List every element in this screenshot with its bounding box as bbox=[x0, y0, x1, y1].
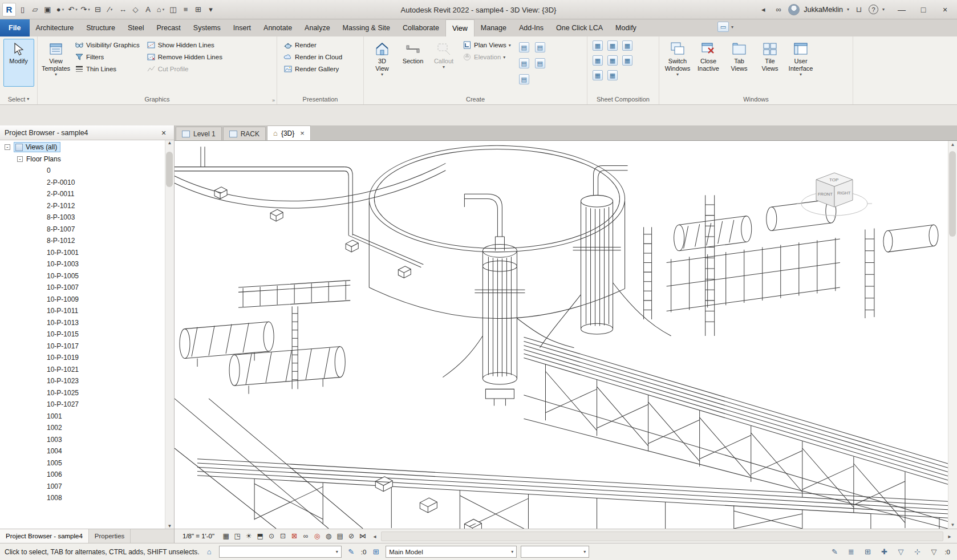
guide-grid-icon[interactable]: ▦ bbox=[593, 55, 603, 66]
search-collapse-icon[interactable]: ◂ bbox=[757, 3, 769, 16]
temporary-hide-isolate-icon[interactable]: ∞ bbox=[300, 530, 311, 542]
tree-view-item[interactable]: 1003 bbox=[0, 434, 174, 446]
view-reference-icon[interactable]: ▦ bbox=[622, 55, 632, 66]
panel-tab-project-browser[interactable]: Project Browser - sample4 bbox=[0, 529, 89, 543]
tree-view-item[interactable]: 1008 bbox=[0, 492, 174, 504]
close-inactive-button[interactable]: Close Inactive bbox=[693, 39, 724, 87]
tab-analyze[interactable]: Analyze bbox=[298, 19, 336, 36]
tab-modify[interactable]: Modify bbox=[609, 19, 643, 36]
render-gallery-button[interactable]: Render Gallery bbox=[281, 63, 344, 75]
plan-views-button[interactable]: Plan Views ▾ bbox=[460, 39, 513, 51]
panel-tab-properties[interactable]: Properties bbox=[89, 529, 131, 543]
viewcube-top-label[interactable]: TOP bbox=[829, 177, 838, 182]
default-3d-view-icon[interactable]: ⌂ bbox=[155, 3, 167, 17]
hide-analytical-model-icon[interactable]: ⊘ bbox=[346, 530, 357, 542]
tab-view[interactable]: View bbox=[445, 19, 475, 36]
scroll-left-icon[interactable]: ◂ bbox=[370, 530, 380, 542]
tree-view-item[interactable]: 1007 bbox=[0, 481, 174, 493]
project-browser-header[interactable]: Project Browser - sample4 × bbox=[0, 125, 174, 140]
save-icon[interactable]: ▣ bbox=[42, 3, 54, 17]
tab-insert[interactable]: Insert bbox=[227, 19, 257, 36]
help-menu-caret-icon[interactable]: ▾ bbox=[882, 7, 885, 12]
filters-button[interactable]: Filters bbox=[72, 51, 142, 63]
crop-view-icon[interactable]: ⊡ bbox=[277, 530, 289, 542]
tab-annotate[interactable]: Annotate bbox=[257, 19, 298, 36]
remove-hidden-lines-button[interactable]: Remove Hidden Lines bbox=[144, 51, 225, 63]
tree-view-item[interactable]: 10-P-1007 bbox=[0, 282, 174, 294]
revit-logo-icon[interactable]: R bbox=[2, 3, 16, 17]
rendering-dialog-icon[interactable]: ⊙ bbox=[266, 530, 277, 542]
help-icon[interactable] bbox=[869, 5, 878, 14]
graphics-dialog-launcher-icon[interactable]: » bbox=[272, 98, 275, 103]
user-avatar-icon[interactable] bbox=[788, 4, 800, 15]
user-interface-button[interactable]: User Interface ▾ bbox=[785, 39, 816, 87]
close-button[interactable]: × bbox=[934, 0, 956, 19]
tree-view-item[interactable]: 10-P-1021 bbox=[0, 364, 174, 376]
scroll-up-icon[interactable]: ▲ bbox=[951, 142, 955, 147]
worksets-status-icon[interactable]: ≣ bbox=[845, 546, 857, 558]
tab-precast[interactable]: Precast bbox=[150, 19, 186, 36]
tab-views-button[interactable]: Tab Views bbox=[724, 39, 755, 87]
elevation-button[interactable]: Elevation ▾ bbox=[460, 51, 513, 63]
3d-view-button[interactable]: 3D View ▾ bbox=[367, 39, 398, 87]
scroll-down-icon[interactable]: ▼ bbox=[951, 522, 955, 527]
new-sheet-icon[interactable]: ▦ bbox=[593, 40, 603, 51]
drawing-canvas[interactable]: TOP FRONT RIGHT ▲ ▼ bbox=[175, 140, 957, 529]
view-tab-level-1[interactable]: ⌂ Level 1 × bbox=[176, 127, 222, 140]
tree-view-item[interactable]: 10-P-1005 bbox=[0, 270, 174, 282]
tree-view-item[interactable]: 8-P-1012 bbox=[0, 235, 174, 247]
tree-floor-plans[interactable]: Floor Plans bbox=[0, 153, 174, 165]
switch-windows-button[interactable]: Switch Windows ▾ bbox=[662, 39, 693, 87]
tree-view-item[interactable]: 10-P-1013 bbox=[0, 317, 174, 329]
canvas-scroll-thumb[interactable] bbox=[949, 151, 956, 237]
new-file-icon[interactable]: ▯ bbox=[17, 3, 29, 17]
visibility-graphics-button[interactable]: Visibility/ Graphics bbox=[72, 39, 142, 51]
editable-elements-icon[interactable]: ✎ bbox=[346, 546, 357, 558]
collapse-icon[interactable] bbox=[17, 156, 23, 162]
print-icon[interactable]: ⊟ bbox=[92, 3, 104, 17]
scroll-up-icon[interactable]: ▲ bbox=[168, 140, 172, 145]
tab-file[interactable]: File bbox=[0, 19, 30, 36]
thin-lines-qat-icon[interactable]: ≡ bbox=[180, 3, 192, 17]
close-view-icon[interactable]: × bbox=[300, 129, 305, 137]
secondary-combo[interactable]: ▾ bbox=[521, 546, 589, 558]
render-in-cloud-button[interactable]: Render in Cloud bbox=[281, 51, 344, 63]
collapse-icon[interactable] bbox=[5, 144, 10, 150]
legends-icon[interactable]: ▤ bbox=[519, 58, 529, 68]
render-button[interactable]: Render bbox=[281, 39, 344, 51]
section-qat-icon[interactable]: ◫ bbox=[167, 3, 179, 17]
close-hidden-windows-icon[interactable]: ⊞ bbox=[192, 3, 204, 17]
undo-icon[interactable]: ↶ bbox=[67, 3, 79, 17]
redo-icon[interactable]: ↷ bbox=[79, 3, 91, 17]
tree-view-item[interactable]: 10-P-1017 bbox=[0, 340, 174, 352]
tab-architecture[interactable]: Architecture bbox=[30, 19, 80, 36]
shadows-icon[interactable]: ⬒ bbox=[254, 530, 266, 542]
customize-qat-icon[interactable]: ▾ bbox=[205, 3, 217, 17]
schedules-icon[interactable]: ▤ bbox=[535, 58, 545, 68]
tree-view-item[interactable]: 10-P-1003 bbox=[0, 258, 174, 270]
select-pinned-icon[interactable]: ✚ bbox=[878, 546, 890, 558]
tab-one-click-lca[interactable]: One Click LCA bbox=[550, 19, 609, 36]
cut-profile-button[interactable]: Cut Profile bbox=[144, 63, 225, 75]
tree-view-item[interactable]: 10-P-1001 bbox=[0, 247, 174, 259]
matchline-icon[interactable]: ▦ bbox=[607, 55, 618, 66]
detail-level-icon[interactable]: ▦ bbox=[220, 530, 232, 542]
user-menu-caret-icon[interactable]: ▾ bbox=[847, 7, 849, 12]
view-tab-3d[interactable]: ⌂ {3D} × bbox=[267, 125, 311, 140]
maximize-button[interactable]: □ bbox=[913, 0, 934, 19]
temporary-view-properties-icon[interactable]: ▤ bbox=[334, 530, 346, 542]
measure-icon[interactable]: ∕ bbox=[104, 3, 116, 17]
design-options-icon[interactable]: ⊞ bbox=[370, 546, 382, 558]
tree-view-item[interactable]: 1002 bbox=[0, 422, 174, 434]
reveal-constraints-icon[interactable]: ⋈ bbox=[357, 530, 368, 542]
scope-box-icon[interactable]: ▤ bbox=[519, 74, 529, 84]
search-icon[interactable]: ∞ bbox=[773, 3, 784, 16]
tree-view-item[interactable]: 1005 bbox=[0, 457, 174, 469]
scale-button[interactable]: 1/8" = 1'-0" bbox=[177, 533, 219, 539]
show-crop-region-icon[interactable]: ⊠ bbox=[289, 530, 300, 542]
open-file-icon[interactable]: ▱ bbox=[29, 3, 41, 17]
editable-only-icon[interactable]: ✎ bbox=[829, 546, 840, 558]
scroll-right-icon[interactable]: ▸ bbox=[944, 530, 955, 542]
drafting-view-icon[interactable]: ▤ bbox=[519, 42, 529, 52]
filter-icon[interactable]: ▽ bbox=[928, 546, 939, 558]
